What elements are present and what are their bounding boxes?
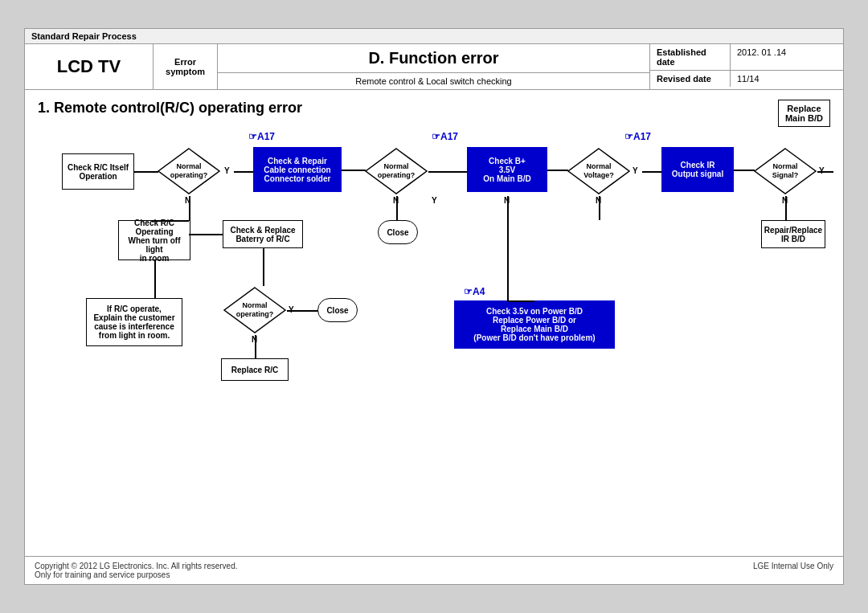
- revised-date-value: 11/14: [731, 71, 843, 87]
- arrow-y2: [428, 171, 469, 173]
- arrow-n3: [599, 196, 600, 220]
- page: Standard Repair Process LCD TV Errorsymp…: [24, 28, 844, 585]
- label-y2: Y: [432, 196, 437, 205]
- label-y3: Y: [633, 166, 638, 175]
- arrow-to-check3v5: [507, 220, 509, 300]
- a4-label: ☞A4: [464, 286, 485, 297]
- arrow-down-n1: [189, 196, 190, 220]
- arrow-2: [342, 170, 366, 171]
- diamond-normal-op3: Normaloperating?: [223, 286, 287, 334]
- footer-copyright: Copyright © 2012 LG Electronics. Inc. Al…: [35, 562, 237, 579]
- box-check-ir: Check IROutput signal: [661, 147, 734, 192]
- box-check-b-plus: Check B+3.5VOn Main B/D: [467, 147, 547, 192]
- box-check-rc: Check R/C ItselfOperation: [62, 153, 134, 190]
- box-replace-rc: Replace R/C: [221, 358, 289, 381]
- box-if-rc-operate: If R/C operate,Explain the customercause…: [86, 298, 182, 346]
- box-repair-replace-ir: Repair/ReplaceIR B/D: [761, 220, 825, 248]
- arrow-y1: [234, 171, 255, 173]
- box-check-battery: Check & ReplaceBaterry of R/C: [223, 220, 303, 248]
- content-area: 1. Remote control(R/C) operating error R…: [25, 90, 843, 556]
- arrow-n5: [507, 196, 509, 220]
- a17-label-1: ☞A17: [248, 131, 275, 142]
- diamond-normal-op2: Normaloperating?: [364, 147, 428, 195]
- header-main: LCD TV Errorsymptom D. Function error Re…: [25, 44, 843, 90]
- arrow-1: [134, 171, 158, 173]
- header-middle: Errorsymptom D. Function error Remote co…: [154, 44, 650, 89]
- arrow-to-repair-ir: [785, 196, 787, 220]
- established-date-label: Establisheddate: [650, 44, 731, 70]
- box-check-3v5: Check 3.5v on Power B/DReplace Power B/D…: [454, 300, 615, 349]
- header-right: Establisheddate 2012. 01 .14 Revised dat…: [650, 44, 843, 89]
- arrow-n2: [396, 196, 398, 220]
- arrow-down-3: [263, 248, 264, 286]
- diamond-normal-op1: Normaloperating?: [157, 147, 221, 195]
- footer: Copyright © 2012 LG Electronics. Inc. Al…: [25, 556, 843, 584]
- remote-control-subtitle: Remote control & Local switch checking: [218, 73, 649, 89]
- replace-note: ReplaceMain B/D: [778, 100, 830, 127]
- diamond-normal-signal: NormalSignal?: [753, 147, 817, 195]
- arrow-3: [547, 170, 568, 171]
- arrow-y3b: [287, 310, 319, 312]
- a17-label-2: ☞A17: [432, 131, 458, 142]
- arrow-to-check3v5-h: [507, 300, 534, 302]
- arrow-4: [734, 170, 755, 171]
- arrow-down-2: [154, 260, 156, 298]
- function-error-title: D. Function error: [218, 44, 649, 73]
- box-check-cable: Check & RepairCable connectionConnector …: [253, 147, 342, 192]
- standard-repair-label: Standard Repair Process: [25, 29, 843, 44]
- label-y1: Y: [224, 166, 230, 175]
- established-date-value: 2012. 01 .14: [731, 44, 843, 70]
- section-title: 1. Remote control(R/C) operating error: [38, 100, 830, 116]
- arrow-left-1: [152, 220, 189, 222]
- box-close1: Close: [378, 220, 418, 244]
- box-check-rc-operating: Check R/C OperatingWhen turn off lightin…: [118, 220, 190, 260]
- box-close2: Close: [317, 298, 358, 322]
- lcd-tv-label: LCD TV: [25, 44, 154, 89]
- footer-internal: LGE Internal Use Only: [753, 562, 833, 579]
- arrow-to-battery: [189, 234, 223, 235]
- diamond-normal-voltage: NormalVoltage?: [567, 147, 631, 195]
- error-symptom-label: Errorsymptom: [154, 44, 218, 89]
- revised-date-label: Revised date: [650, 71, 731, 87]
- arrow-n3b: [255, 335, 256, 359]
- a17-label-3: ☞A17: [624, 131, 651, 142]
- flowchart: ☞A17 ☞A17 ☞A17 ☞A4 Check R/C ItselfOpera…: [38, 129, 830, 515]
- arrow-y4: [817, 171, 833, 173]
- arrow-y3: [642, 171, 663, 173]
